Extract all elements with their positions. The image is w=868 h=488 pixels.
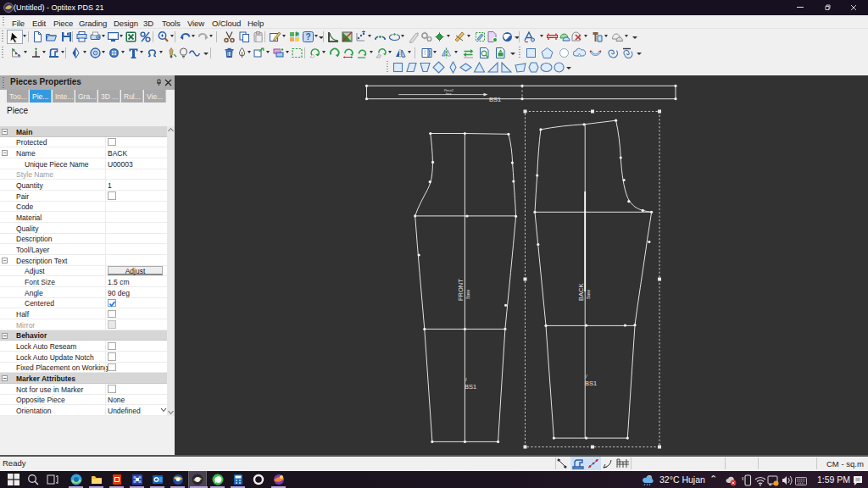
svg-text:BACK: BACK <box>577 284 585 301</box>
svg-text:Base: Base <box>465 289 470 299</box>
svg-text:?: ? <box>305 32 310 42</box>
svg-text:Base: Base <box>586 289 591 299</box>
svg-text:base: base <box>446 92 452 96</box>
svg-text:/: / <box>465 377 467 382</box>
svg-text:/: / <box>586 374 587 379</box>
svg-text:BS1: BS1 <box>465 383 476 391</box>
svg-text:FRONT: FRONT <box>457 279 465 301</box>
svg-text:BS1: BS1 <box>585 380 597 387</box>
svg-text:BS1: BS1 <box>489 96 501 103</box>
